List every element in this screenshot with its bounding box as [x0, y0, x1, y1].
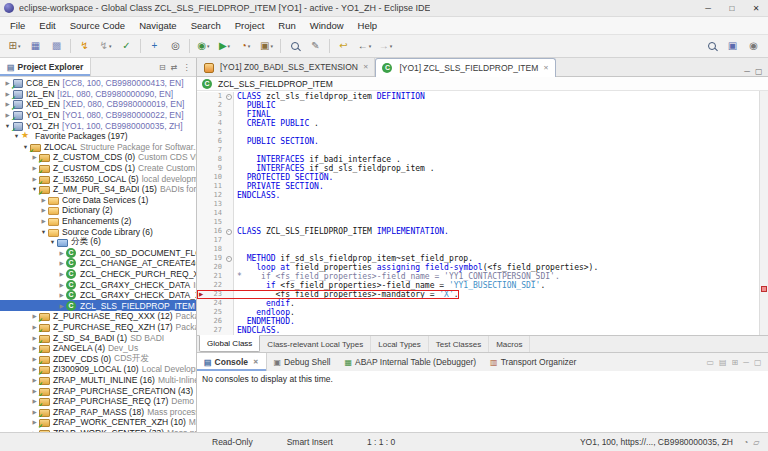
expand-arrow-icon[interactable]: ▶ [57, 271, 66, 277]
coverage-icon[interactable]: ▣▾ [256, 37, 277, 55]
run-icon[interactable]: ▶▾ [214, 37, 235, 55]
menu-edit[interactable]: Edit [32, 20, 62, 31]
link-with-editor-icon[interactable]: ⇄ [168, 63, 180, 72]
tree-item-zangela-4[interactable]: ▶ZANGELA (4)Dev_Us [0, 343, 196, 354]
menu-help[interactable]: Help [351, 20, 385, 31]
expand-arrow-icon[interactable]: ▶ [57, 282, 66, 288]
open-console-icon[interactable]: ⊞ [729, 358, 741, 367]
expand-arrow-icon[interactable]: ▶ [39, 207, 48, 213]
tree-item-dictionary-2[interactable]: ▶Dictionary (2) [0, 205, 196, 216]
code-line-27[interactable]: 27ENDCLASS. [197, 326, 759, 335]
quick-access-icon[interactable] [701, 37, 722, 55]
expand-arrow-icon[interactable]: ▶ [57, 303, 66, 309]
class-tab-test-classes[interactable]: Test Classes [429, 336, 489, 352]
tree-item-z-sd-s4-badi-1[interactable]: ▶Z_SD_S4_BADI (1)SD BADI [0, 332, 196, 343]
console-tab-abap-internal-table-debugger[interactable]: ▦ABAP Internal Table (Debugger) [337, 353, 483, 371]
class-tab-local-types[interactable]: Local Types [371, 336, 429, 352]
code-line-11[interactable]: 11 PRIVATE SECTION. [197, 182, 759, 191]
code-line-17[interactable]: 17 [197, 236, 759, 245]
code-line-15[interactable]: 15 [197, 218, 759, 227]
code-line-13[interactable]: 13 [197, 200, 759, 209]
expand-arrow-icon[interactable]: ▼ [12, 133, 21, 139]
tree-item-zcl-gr4xy-check-data-x[interactable]: ▶ZCL_GR4XY_CHECK_DATA_XCl... [0, 290, 196, 301]
tree-item-i2l-en[interactable]: ▶I2L_EN[I2L, 080, CB9980000090, EN] [0, 89, 196, 100]
last-edit-location-icon[interactable]: ↩ [333, 37, 354, 55]
menu-window[interactable]: Window [303, 20, 351, 31]
tree-item-favorite-packages-197[interactable]: ▼Favorite Packages (197) [0, 131, 196, 142]
class-tab-macros[interactable]: Macros [489, 336, 530, 352]
clear-console-icon[interactable]: ▭ [704, 358, 717, 367]
progress-monitor-icon[interactable]: ▱ [751, 438, 762, 447]
new-abap-object-icon[interactable]: + [144, 37, 165, 55]
tree-item-zcl-00-sd-document-flow-c[interactable]: ▶ZCL_00_SD_DOCUMENT_FLOW_C... [0, 248, 196, 259]
save-all-icon[interactable]: ▩ [46, 37, 67, 55]
maximize-editor-icon[interactable]: ▢ [752, 67, 765, 76]
code-line-3[interactable]: 3 FINAL [197, 110, 759, 119]
tree-item-zcl-check-purch-req-xxx[interactable]: ▶ZCL_CHECK_PURCH_REQ_XXXIt... [0, 269, 196, 280]
maximize-window-icon[interactable]: □ [720, 0, 744, 16]
new-wizard-icon[interactable]: ⊞▾ [4, 37, 25, 55]
menu-run[interactable]: Run [271, 20, 302, 31]
code-line-10[interactable]: 10 PROTECTED SECTION. [197, 173, 759, 182]
tree-item-zrap-multi-inline-16[interactable]: ▶ZRAP_MULTI_INLINE (16)Multi-Inline-Edi.… [0, 375, 196, 386]
expand-arrow-icon[interactable]: ▶ [57, 250, 66, 256]
tree-item-z-i532650-local-5[interactable]: ▶Z_I532650_LOCAL (5)local development [0, 173, 196, 184]
display-selected-console-icon[interactable]: ▤ [717, 358, 730, 367]
menu-search[interactable]: Search [184, 20, 228, 31]
tree-item-zcl-change-at-create4cld[interactable]: ▶ZCL_CHANGE_AT_CREATE4CLD [0, 258, 196, 269]
fold-icon[interactable]: - [226, 229, 232, 235]
search-icon[interactable] [284, 37, 305, 55]
activate-icon[interactable]: ↯ [74, 37, 95, 55]
project-explorer-tab[interactable]: ▤ Project Explorer [0, 58, 91, 76]
code-editor[interactable]: 1-CLASS zcl_sls_fieldprop_item DEFINITIO… [197, 91, 768, 335]
open-abap-object-icon[interactable]: ◎ [165, 37, 186, 55]
debug-icon[interactable]: ◉▾ [193, 37, 214, 55]
code-line-18[interactable]: 18 [197, 245, 759, 254]
expand-arrow-icon[interactable]: ▶ [57, 292, 66, 298]
activate-all-icon[interactable]: ↯▾ [95, 37, 116, 55]
close-tab-icon[interactable]: ✕ [543, 64, 548, 72]
expand-arrow-icon[interactable]: ▼ [48, 239, 57, 245]
tree-item-z-purchase-req-xzh-17[interactable]: ▶Z_PURCHASE_REQ_XZH (17)Package XZ... [0, 322, 196, 333]
tree-item-zcl-gr4xy-check-data[interactable]: ▶ZCL_GR4XY_CHECK_DATAImple... [0, 279, 196, 290]
tree-item-xed-en[interactable]: ▶XED_EN[XED, 080, CB9980000019, EN] [0, 99, 196, 110]
close-tab-icon[interactable]: ✕ [253, 358, 258, 366]
view-menu-icon[interactable]: ⋮ [180, 63, 193, 72]
code-line-22[interactable]: 22 if <fs_field_properties>-field_name =… [197, 281, 759, 290]
tree-item-zcl-sls-fieldprop-item[interactable]: ▶ZCL_SLS_FIELDPROP_ITEMSet F... [0, 300, 196, 311]
tree-item-zrap-work-center-xzh-10[interactable]: ▶ZRAP_WORK_CENTER_XZH (10)Mass pro... [0, 417, 196, 428]
expand-arrow-icon[interactable]: ▼ [39, 229, 48, 235]
expand-arrow-icon[interactable]: ▶ [39, 218, 48, 224]
code-line-20[interactable]: 20 loop at field_properties assigning fi… [197, 263, 759, 272]
code-line-4[interactable]: 4 CREATE PUBLIC . [197, 119, 759, 128]
class-tab-global-class[interactable]: Global Class [199, 335, 260, 352]
minimize-window-icon[interactable]: ─ [696, 0, 720, 16]
menu-file[interactable]: File [3, 20, 32, 31]
overview-ruler[interactable] [759, 91, 768, 335]
tree-item-zlocal[interactable]: ▼ZLOCALStructure Package for Softwar... [0, 142, 196, 153]
editor-tab-yo1-zcl-sls-fieldprop-item[interactable]: [YO1] ZCL_SLS_FIELDPROP_ITEM✕ [375, 58, 555, 78]
tree-item-z-mm-pur-s4-badi-15[interactable]: ▼Z_MM_PUR_S4_BADI (15)BADIs for MM E... [0, 184, 196, 195]
menu-project[interactable]: Project [228, 20, 272, 31]
tree-item-core-data-services-1[interactable]: ▶Core Data Services (1) [0, 195, 196, 206]
code-line-8[interactable]: 8 INTERFACES if_badi_interface . [197, 155, 759, 164]
code-line-1[interactable]: 1-CLASS zcl_sls_fieldprop_item DEFINITIO… [197, 92, 759, 101]
check-syntax-icon[interactable]: ✓ [116, 37, 137, 55]
maximize-view-icon[interactable]: ▢ [751, 358, 764, 367]
tree-item-yo1-en[interactable]: ▶YO1_EN[YO1, 080, CB9980000022, EN] [0, 110, 196, 121]
code-line-2[interactable]: 2 PUBLIC [197, 101, 759, 110]
expand-arrow-icon[interactable]: ▶ [57, 260, 66, 266]
code-line-12[interactable]: 12ENDCLASS. [197, 191, 759, 200]
tree-item-cc8-en[interactable]: ▶CC8_EN[CC8, 100, CB9980000413, EN] [0, 78, 196, 89]
close-window-icon[interactable]: ✕ [744, 0, 768, 16]
open-task-icon[interactable]: ✎ [305, 37, 326, 55]
notification-icon[interactable]: ◔ [741, 438, 751, 447]
tree-item-z-custom-cds-0[interactable]: ▶Z_CUSTOM_CDS (0)Custom CDS View... [0, 152, 196, 163]
tree-item-z-purchase-req-xxx-12[interactable]: ▶Z_PURCHASE_REQ_XXX (12)Package XXX... [0, 311, 196, 322]
class-tab-class-relevant-local-types[interactable]: Class-relevant Local Types [260, 336, 371, 352]
code-line-19[interactable]: 19- METHOD if_sd_sls_fieldprop_item~set_… [197, 254, 759, 263]
collapse-all-icon[interactable]: ⊟ [157, 63, 169, 72]
code-line-6[interactable]: 6 PUBLIC SECTION. [197, 137, 759, 146]
code-line-9[interactable]: 9 INTERFACES if_sd_sls_fieldprop_item . [197, 164, 759, 173]
fold-icon[interactable]: - [226, 256, 232, 262]
